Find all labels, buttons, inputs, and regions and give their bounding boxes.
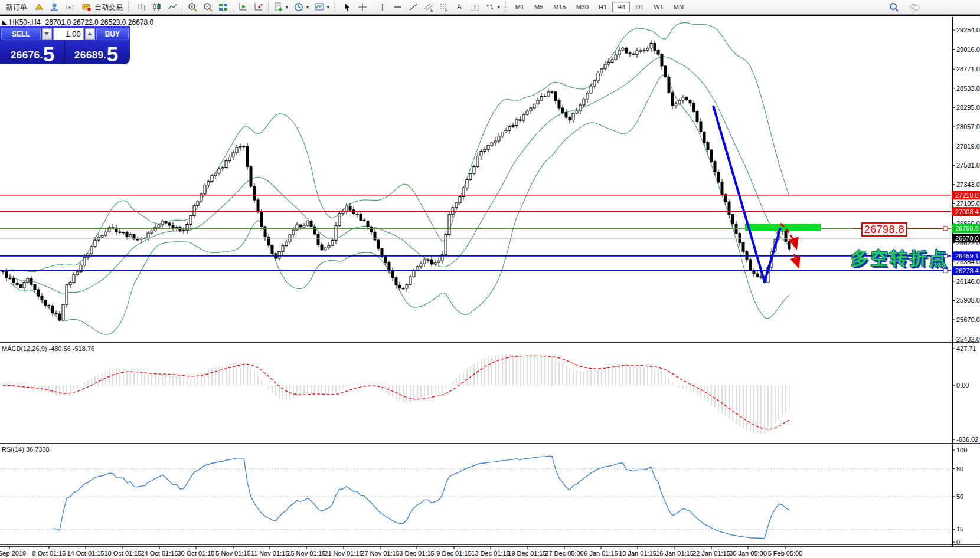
chart-header: HK50-,H426701.0 26722.0 26523.0 26678.0 xyxy=(9,18,153,27)
candle-body xyxy=(547,92,550,96)
candle-body xyxy=(331,240,334,245)
sell-button[interactable]: SELL xyxy=(1,28,41,40)
buy-price[interactable]: 26689.5 xyxy=(64,41,128,64)
candle-body xyxy=(512,126,514,127)
volume-up-button[interactable] xyxy=(85,28,95,40)
candle-body xyxy=(310,221,312,227)
time-axis-label: 15 Nov 01:15 xyxy=(287,550,325,557)
profile-button[interactable] xyxy=(47,1,61,14)
templates-button[interactable]: ▼ xyxy=(312,1,332,14)
candle-body xyxy=(710,150,713,162)
search-button[interactable] xyxy=(886,1,901,14)
line-chart-button[interactable] xyxy=(165,1,179,14)
trendline-button[interactable] xyxy=(406,1,421,14)
sell-price[interactable]: 26676.5 xyxy=(1,41,64,64)
line-handle-square[interactable] xyxy=(943,227,948,231)
candle-body xyxy=(73,275,75,283)
candle-body xyxy=(179,228,181,231)
periods-button[interactable]: ▼ xyxy=(292,1,312,14)
candle-body xyxy=(593,81,596,86)
price-tick-label: 27581.0 xyxy=(956,162,980,169)
toolbar-separator xyxy=(373,2,373,12)
tf-button-m5[interactable]: M5 xyxy=(530,2,548,12)
dropdown-arrow-icon: ▼ xyxy=(326,5,331,10)
auto-scroll-icon xyxy=(237,2,249,12)
toolbar-grip xyxy=(128,2,131,12)
candle-body xyxy=(406,285,408,288)
fibonacci-button[interactable]: F xyxy=(437,1,452,14)
chart-canvas[interactable]: 29254.029016.028771.028533.028295.028057… xyxy=(0,16,980,558)
candle-body xyxy=(544,96,546,97)
volume-down-button[interactable] xyxy=(42,28,52,40)
signals-button[interactable] xyxy=(62,1,77,14)
tf-button-m30[interactable]: M30 xyxy=(571,2,593,12)
candle-body xyxy=(654,43,656,50)
chart-shift-button[interactable] xyxy=(251,1,266,14)
candle-body xyxy=(296,225,298,230)
price-tag-label[interactable]: 26798.8 xyxy=(861,222,907,237)
volume-input[interactable] xyxy=(53,28,84,40)
candle-body xyxy=(349,206,351,210)
cursor-button[interactable] xyxy=(340,1,355,14)
price-badge-label: 26798.8 xyxy=(955,225,979,232)
rsi-panel xyxy=(0,456,951,538)
price-tick-label: 28771.0 xyxy=(956,65,980,73)
candle-body xyxy=(119,232,121,232)
candle-body xyxy=(427,260,429,260)
candle-body xyxy=(381,248,383,257)
arrows-button[interactable]: ▼ xyxy=(483,1,503,14)
buy-button[interactable]: BUY xyxy=(96,28,129,40)
candle-body xyxy=(324,248,326,250)
tf-button-mn[interactable]: MN xyxy=(669,2,688,12)
candle-body xyxy=(476,156,479,167)
trade-panel-controls: SELL BUY xyxy=(1,27,129,41)
chart-note-text[interactable]: 多空转折点 xyxy=(851,247,948,271)
candle-body xyxy=(689,100,691,103)
candle-body xyxy=(367,221,369,227)
candle-body xyxy=(243,146,245,147)
macd-signal-line xyxy=(3,356,789,429)
chat-icon xyxy=(909,2,920,12)
candle-body xyxy=(515,120,518,126)
zoom-out-button[interactable] xyxy=(200,1,215,14)
zoom-in-button[interactable] xyxy=(185,1,200,14)
text-label-button[interactable]: T xyxy=(468,1,482,14)
candle-body xyxy=(214,173,217,176)
price-tick-label: 29016.0 xyxy=(956,46,980,53)
time-axis-label: 6 Jan 01:15 xyxy=(584,550,618,557)
vertical-line-button[interactable] xyxy=(375,1,390,14)
candle-body xyxy=(5,271,8,278)
auto-trading-button[interactable]: 自动交易 xyxy=(77,1,126,14)
tf-button-w1[interactable]: W1 xyxy=(649,2,668,12)
candle-body xyxy=(66,285,68,304)
candlestick-chart-button[interactable] xyxy=(149,1,164,14)
terminal-window: 新订单 自动交易 ▼ ▼ ▼ E F A T ▼ xyxy=(0,0,980,558)
trade-panel: SELL BUY 26676.5 26689.5 xyxy=(0,26,130,64)
candle-body xyxy=(204,185,206,194)
tf-button-h1[interactable]: H1 xyxy=(594,2,612,12)
auto-scroll-button[interactable] xyxy=(236,1,250,14)
bar-chart-button[interactable] xyxy=(134,1,149,14)
tf-button-m15[interactable]: M15 xyxy=(548,2,570,12)
candle-body xyxy=(678,100,681,104)
tf-button-d1[interactable]: D1 xyxy=(631,2,648,12)
new-order-button[interactable]: 新订单 xyxy=(2,1,31,14)
price-tick-label: 27105.0 xyxy=(956,200,980,207)
horizontal-line-button[interactable] xyxy=(391,1,406,14)
tile-windows-button[interactable] xyxy=(215,1,230,14)
candle-body xyxy=(12,278,15,283)
market-watch-button[interactable] xyxy=(31,1,46,14)
time-axis-label: 27 Nov 01:15 xyxy=(361,550,399,557)
candle-body xyxy=(384,257,387,263)
chat-button[interactable] xyxy=(907,1,922,14)
candle-body xyxy=(175,228,178,228)
tf-button-m1[interactable]: M1 xyxy=(511,2,529,12)
equidistant-channel-button[interactable]: E xyxy=(422,1,436,14)
candle-body xyxy=(696,111,698,122)
candle-body xyxy=(356,214,358,215)
tf-button-h4[interactable]: H4 xyxy=(612,2,630,12)
text-button[interactable]: A xyxy=(452,1,467,14)
indicators-button[interactable]: ▼ xyxy=(271,1,291,14)
candle-body xyxy=(491,143,493,145)
crosshair-button[interactable] xyxy=(355,1,370,14)
